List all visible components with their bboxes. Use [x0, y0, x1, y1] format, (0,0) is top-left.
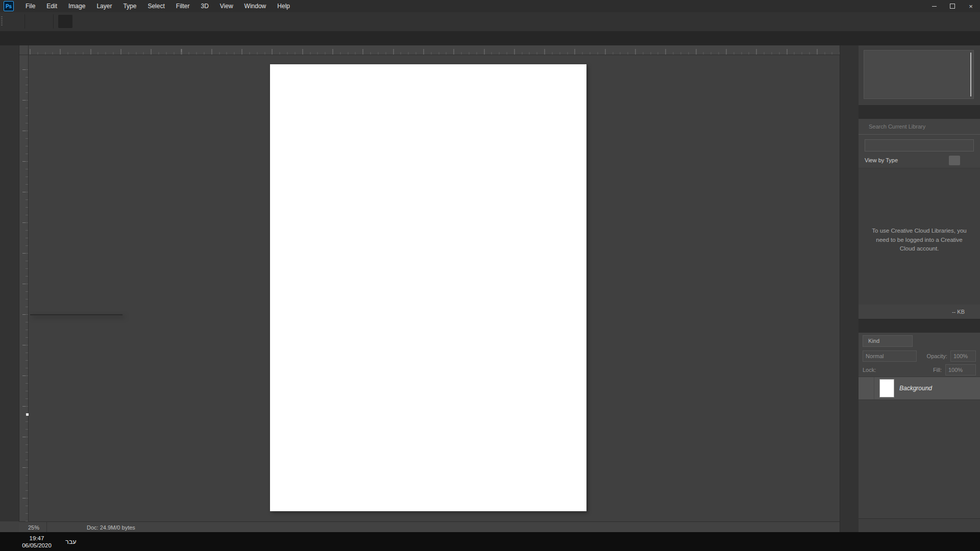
action-center-icon[interactable] — [0, 532, 13, 551]
rect-frame-button[interactable] — [58, 15, 72, 28]
options-bar — [0, 12, 980, 32]
menu-list: FileEditImageLayerTypeSelectFilter3DView… — [20, 0, 296, 12]
fill-dropdown[interactable]: 100% — [945, 364, 976, 375]
tools-panel — [0, 45, 19, 521]
menu-view[interactable]: View — [214, 0, 239, 12]
blend-mode-dropdown[interactable]: Normal — [863, 350, 917, 362]
library-select-dropdown[interactable] — [865, 139, 974, 152]
panel-column: Search Current Library View by Type To u… — [859, 32, 980, 532]
layers-list: Background — [859, 377, 980, 518]
menu-filter[interactable]: Filter — [170, 0, 195, 12]
menu-layer[interactable]: Layer — [91, 0, 117, 12]
status-bar: 25% Doc: 24.9M/0 bytes — [19, 521, 840, 533]
current-tool-marker — [26, 413, 29, 416]
layers-filter-row: Kind — [859, 333, 980, 349]
menu-3d[interactable]: 3D — [195, 0, 214, 12]
library-search-field[interactable]: Search Current Library — [859, 119, 980, 135]
menu-file[interactable]: File — [20, 0, 41, 12]
minimize-button[interactable] — [925, 0, 943, 12]
chevron-up-icon[interactable] — [97, 532, 106, 551]
windows-taskbar: 19:47 06/05/2020 עבר — [0, 532, 980, 551]
menu-window[interactable]: Window — [239, 0, 272, 12]
options-bar-grip — [1, 16, 3, 27]
visibility-eye-icon[interactable] — [859, 377, 874, 399]
tool-flyout-menu — [30, 314, 122, 315]
zoom-level-field[interactable]: 25% — [19, 522, 47, 533]
close-button[interactable]: × — [962, 0, 980, 12]
window-controls: × — [925, 0, 980, 12]
menu-image[interactable]: Image — [63, 0, 91, 12]
library-size-label: -- KB — [952, 309, 965, 315]
opacity-label: Opacity: — [927, 353, 947, 359]
clock-time: 19:47 — [15, 535, 58, 542]
document-size-info: Doc: 24.9M/0 bytes — [47, 524, 144, 531]
photoshop-window: Ps FileEditImageLayerTypeSelectFilter3DV… — [0, 0, 980, 551]
opacity-dropdown[interactable]: 100% — [950, 350, 976, 362]
histogram-panel — [859, 45, 980, 106]
search-placeholder: Search Current Library — [869, 123, 974, 130]
network-icon[interactable] — [89, 532, 97, 551]
layer-thumbnail[interactable] — [879, 379, 894, 397]
menu-bar: Ps FileEditImageLayerTypeSelectFilter3DV… — [0, 0, 980, 12]
cc-message-text: To use Creative Cloud Libraries, you nee… — [869, 227, 969, 254]
library-size-row: -- KB — [859, 305, 980, 319]
histogram-display — [864, 50, 974, 99]
kind-label: Kind — [868, 338, 910, 344]
speaker-icon[interactable] — [81, 532, 89, 551]
layers-lock-row: Lock: Fill: 100% — [859, 363, 980, 377]
menu-edit[interactable]: Edit — [41, 0, 63, 12]
system-tray: 19:47 06/05/2020 עבר — [0, 532, 106, 551]
histogram-cache-indicator — [970, 53, 971, 96]
libraries-panel: Search Current Library View by Type To u… — [859, 119, 980, 319]
grid-view-button[interactable] — [949, 156, 960, 165]
ruler-origin-corner[interactable] — [19, 45, 29, 55]
menu-help[interactable]: Help — [272, 0, 296, 12]
photoshop-logo-icon: Ps — [4, 1, 14, 11]
maximize-button[interactable] — [943, 0, 962, 12]
creative-cloud-message: To use Creative Cloud Libraries, you nee… — [859, 168, 980, 305]
collapsed-panel-strip — [840, 32, 859, 532]
layers-bottom-bar — [859, 518, 980, 532]
layers-blend-row: Normal Opacity: 100% — [859, 349, 980, 363]
layer-name[interactable]: Background — [899, 385, 974, 392]
ellipse-frame-button[interactable] — [75, 15, 89, 28]
lock-label: Lock: — [863, 367, 876, 373]
layers-tab-row — [859, 319, 980, 333]
layer-filter-kind-dropdown[interactable]: Kind — [863, 335, 913, 347]
libraries-tab-row — [859, 106, 980, 119]
list-view-button[interactable] — [963, 156, 974, 165]
clock-date: 06/05/2020 — [15, 542, 58, 549]
fill-label: Fill: — [933, 367, 942, 373]
taskbar-clock[interactable]: 19:47 06/05/2020 — [13, 535, 60, 549]
document-canvas[interactable] — [270, 64, 586, 511]
layer-row-background[interactable]: Background — [859, 377, 980, 400]
horizontal-ruler[interactable] — [28, 45, 840, 55]
vertical-ruler[interactable] — [19, 55, 29, 521]
view-by-row: View by Type — [859, 153, 980, 168]
view-by-label[interactable]: View by Type — [865, 157, 898, 163]
canvas-area[interactable] — [28, 55, 840, 521]
menu-type[interactable]: Type — [117, 0, 142, 12]
language-indicator[interactable]: עבר — [60, 538, 81, 545]
menu-select[interactable]: Select — [142, 0, 170, 12]
document-tab-bar — [0, 32, 980, 45]
